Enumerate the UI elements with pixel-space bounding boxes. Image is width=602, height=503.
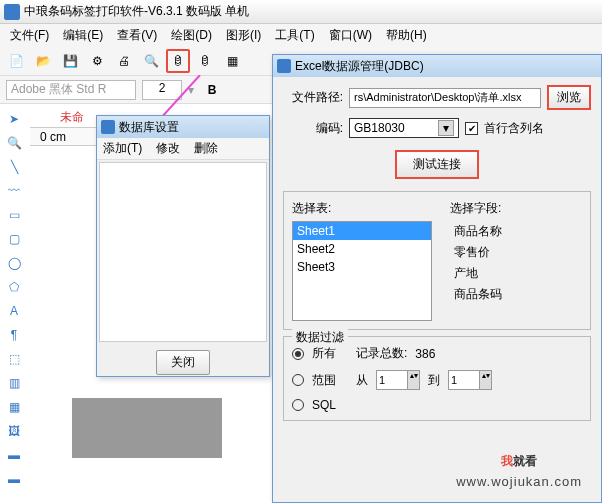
range-radio[interactable]	[292, 374, 304, 386]
pointer-icon[interactable]: ➤	[3, 108, 25, 130]
qr-icon[interactable]: ▦	[3, 396, 25, 418]
list-item[interactable]: Sheet1	[293, 222, 431, 240]
menu-view[interactable]: 查看(V)	[111, 25, 163, 46]
rect-icon[interactable]: ▭	[3, 204, 25, 226]
db-dialog-titlebar[interactable]: 数据库设置	[97, 116, 269, 138]
to-label: 到	[428, 372, 440, 389]
filepath-label: 文件路径:	[283, 89, 343, 106]
filter-group: 数据过滤 所有 记录总数: 386 范围 从 ▴▾ 到 ▴▾ SQL	[283, 336, 591, 421]
menu-draw[interactable]: 绘图(D)	[165, 25, 218, 46]
encoding-select[interactable]: GB18030▾	[349, 118, 459, 138]
browse-button[interactable]: 浏览	[547, 85, 591, 110]
total-label: 记录总数:	[356, 345, 407, 362]
image-icon[interactable]: 🖼	[3, 420, 25, 442]
test-connection-button[interactable]: 测试连接	[395, 150, 479, 179]
db-dialog-title: 数据库设置	[119, 119, 179, 136]
save-icon[interactable]: 💾	[58, 49, 82, 73]
roundrect-icon[interactable]: ▢	[3, 228, 25, 250]
zoom-icon[interactable]: 🔍	[3, 132, 25, 154]
range-label: 范围	[312, 372, 336, 389]
menu-file[interactable]: 文件(F)	[4, 25, 55, 46]
menu-window[interactable]: 窗口(W)	[323, 25, 378, 46]
font-size-input[interactable]: 2	[142, 80, 182, 100]
menubar: 文件(F) 编辑(E) 查看(V) 绘图(D) 图形(I) 工具(T) 窗口(W…	[0, 24, 602, 46]
canvas-gray-area	[72, 398, 222, 458]
field-listbox[interactable]: 商品名称 零售价 产地 商品条码	[450, 221, 590, 321]
filepath-input[interactable]	[349, 88, 541, 108]
barcode-icon[interactable]: ⬚	[3, 348, 25, 370]
open-icon[interactable]: 📂	[31, 49, 55, 73]
app-icon	[4, 4, 20, 20]
db-modify-menu[interactable]: 修改	[156, 140, 180, 157]
menu-shape[interactable]: 图形(I)	[220, 25, 267, 46]
db-delete-menu[interactable]: 删除	[194, 140, 218, 157]
font-select[interactable]: Adobe 黑体 Std R	[6, 80, 136, 100]
window-title: 中琅条码标签打印软件-V6.3.1 数码版 单机	[24, 3, 249, 20]
list-item[interactable]: Sheet3	[293, 258, 431, 276]
barcode2-icon[interactable]: ▥	[3, 372, 25, 394]
list-item[interactable]: 产地	[450, 263, 590, 284]
sql-label: SQL	[312, 398, 336, 412]
db-list-area	[99, 162, 267, 342]
print-icon[interactable]: 🖨	[112, 49, 136, 73]
db-dialog-icon	[101, 120, 115, 134]
bold-button[interactable]: B	[200, 78, 224, 102]
new-icon[interactable]: 📄	[4, 49, 28, 73]
select-table-label: 选择表:	[292, 200, 432, 217]
gear-icon[interactable]: ⚙	[85, 49, 109, 73]
text-icon[interactable]: A	[3, 300, 25, 322]
select-group: 选择表: Sheet1 Sheet2 Sheet3 选择字段: 商品名称 零售价…	[283, 191, 591, 330]
encoding-label: 编码:	[283, 120, 343, 137]
db-add-menu[interactable]: 添加(T)	[103, 140, 142, 157]
db-dialog-menu: 添加(T) 修改 删除	[97, 138, 269, 160]
grid-icon[interactable]: ▦	[220, 49, 244, 73]
menu-help[interactable]: 帮助(H)	[380, 25, 433, 46]
all-radio[interactable]	[292, 348, 304, 360]
line-icon[interactable]: ╲	[3, 156, 25, 178]
from-label: 从	[356, 372, 368, 389]
canvas-tab[interactable]: 未命	[60, 109, 84, 126]
side-toolbar: ➤ 🔍 ╲ 〰 ▭ ▢ ◯ ⬠ A ¶ ⬚ ▥ ▦ 🖼 ▬ ▬	[3, 108, 27, 490]
list-item[interactable]: Sheet2	[293, 240, 431, 258]
excel-dialog-titlebar[interactable]: Excel数据源管理(JDBC)	[273, 55, 601, 77]
excel-dialog-icon	[277, 59, 291, 73]
from-spinner[interactable]: ▴▾	[376, 370, 420, 390]
chevron-down-icon: ▾	[438, 120, 454, 136]
menu-edit[interactable]: 编辑(E)	[57, 25, 109, 46]
window-titlebar: 中琅条码标签打印软件-V6.3.1 数码版 单机	[0, 0, 602, 24]
curve-icon[interactable]: 〰	[3, 180, 25, 202]
database-icon[interactable]: 🛢	[166, 49, 190, 73]
list-item[interactable]: 零售价	[450, 242, 590, 263]
excel-dialog-title: Excel数据源管理(JDBC)	[295, 58, 424, 75]
db-close-button[interactable]: 关闭	[156, 350, 210, 375]
sheet-listbox[interactable]: Sheet1 Sheet2 Sheet3	[292, 221, 432, 321]
watermark: 我就看 www.wojiukan.com	[456, 432, 582, 489]
fill-icon[interactable]: ▬	[3, 444, 25, 466]
color-icon[interactable]: ▬	[3, 468, 25, 490]
firstrow-label: 首行含列名	[484, 120, 544, 137]
to-spinner[interactable]: ▴▾	[448, 370, 492, 390]
database-settings-dialog: 数据库设置 添加(T) 修改 删除 关闭	[96, 115, 270, 377]
select-field-label: 选择字段:	[450, 200, 590, 217]
firstrow-checkbox[interactable]: ✔	[465, 122, 478, 135]
richtext-icon[interactable]: ¶	[3, 324, 25, 346]
db2-icon[interactable]: 🛢	[193, 49, 217, 73]
list-item[interactable]: 商品名称	[450, 221, 590, 242]
preview-icon[interactable]: 🔍	[139, 49, 163, 73]
sql-radio[interactable]	[292, 399, 304, 411]
menu-tool[interactable]: 工具(T)	[269, 25, 320, 46]
polygon-icon[interactable]: ⬠	[3, 276, 25, 298]
ellipse-icon[interactable]: ◯	[3, 252, 25, 274]
all-label: 所有	[312, 345, 336, 362]
total-value: 386	[415, 347, 435, 361]
list-item[interactable]: 商品条码	[450, 284, 590, 305]
filter-group-title: 数据过滤	[292, 329, 348, 346]
